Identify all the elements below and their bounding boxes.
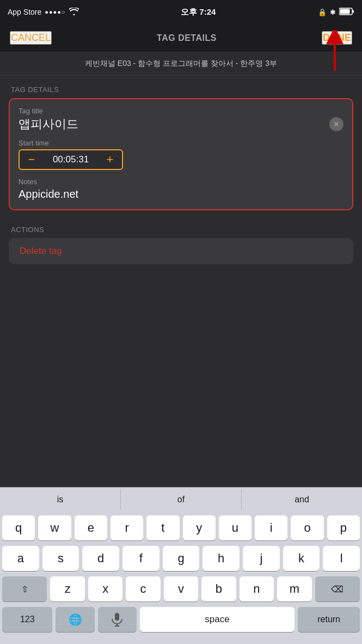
tag-details-section-header: TAG DETAILS [0,76,362,98]
nav-title: TAG DETAILS [157,33,217,43]
notes-value: Appicide.net [19,188,343,201]
time-plus-button[interactable]: + [98,149,123,170]
key-i[interactable]: i [255,515,287,540]
key-u[interactable]: u [219,515,251,540]
key-r[interactable]: r [111,515,143,540]
quickword-of[interactable]: of [121,489,242,510]
key-b[interactable]: b [201,576,236,602]
mic-key[interactable] [98,607,137,632]
key-row-3: ⇧ z x c v b n m ⌫ [2,576,360,602]
key-j[interactable]: j [243,546,280,571]
return-key[interactable]: return [298,607,360,632]
key-row-bottom: 123 🌐 space return [2,607,360,636]
key-s[interactable]: s [42,546,79,571]
actions-section-header: ACTIONS [0,216,362,238]
svg-rect-3 [340,9,349,14]
key-o[interactable]: o [291,515,323,540]
key-row-2: a s d f g h j k l [2,546,360,571]
delete-tag-button[interactable]: Delete tag [9,238,353,264]
key-row-1: q w e r t y u i o p [2,515,360,540]
globe-key[interactable]: 🌐 [56,607,94,632]
key-m[interactable]: m [277,576,311,602]
backspace-key[interactable]: ⌫ [315,576,360,602]
key-t[interactable]: t [146,515,179,540]
carrier-label: App Store [8,8,41,16]
key-x[interactable]: x [88,576,122,602]
clear-button[interactable]: ✕ [329,117,343,131]
content-title: 케빈채널 E03 - 함수형 프로그래머를 찾아서 - 한주영 3부 [11,59,351,69]
tag-title-row: ✕ [19,117,343,131]
space-key[interactable]: space [140,607,295,632]
time-display: 00:05:31 [44,149,98,170]
quickword-bar: is of and [0,487,362,511]
signal-dots: ●●●●○ [45,9,65,15]
key-rows: q w e r t y u i o p a s d f g h j k l ⇧ … [0,511,362,644]
wifi-icon [69,8,79,17]
keyboard: is of and q w e r t y u i o p a s d f g … [0,487,362,644]
key-c[interactable]: c [126,576,160,602]
start-time-label: Start time [19,139,343,147]
key-k[interactable]: k [283,546,320,571]
status-icons: 🔒 ✱ [318,8,354,17]
notes-label: Notes [19,178,343,186]
key-f[interactable]: f [122,546,159,571]
key-z[interactable]: z [50,576,84,602]
battery-icon [339,8,354,17]
key-e[interactable]: e [75,515,107,540]
status-bar: App Store ●●●●○ 오후 7:24 🔒 ✱ [0,0,362,24]
tag-title-label: Tag title [19,107,343,115]
key-a[interactable]: a [2,546,39,571]
status-carrier: App Store ●●●●○ [8,8,79,17]
svg-rect-5 [115,613,119,621]
shift-key[interactable]: ⇧ [2,576,47,602]
key-d[interactable]: d [82,546,119,571]
key-p[interactable]: p [327,515,360,540]
quickword-is[interactable]: is [0,489,121,510]
key-w[interactable]: w [38,515,71,540]
form-card: Tag title ✕ Start time − 00:05:31 + Note… [9,98,353,210]
key-h[interactable]: h [203,546,240,571]
quickword-and[interactable]: and [242,489,362,510]
cancel-button[interactable]: CANCEL [10,31,52,45]
time-controls: − 00:05:31 + [19,149,343,170]
numbers-key[interactable]: 123 [2,607,52,632]
key-l[interactable]: l [323,546,360,571]
key-g[interactable]: g [163,546,200,571]
svg-rect-4 [352,10,354,13]
tag-title-input[interactable] [19,117,279,131]
time-minus-button[interactable]: − [19,149,44,170]
arrow-annotation [302,30,346,76]
bluetooth-icon: ✱ [330,8,336,16]
key-y[interactable]: y [183,515,216,540]
key-q[interactable]: q [2,515,35,540]
lock-icon: 🔒 [318,8,327,16]
actions-section: ACTIONS Delete tag [0,216,362,264]
key-v[interactable]: v [164,576,198,602]
status-time: 오후 7:24 [181,7,216,17]
key-n[interactable]: n [240,576,274,602]
